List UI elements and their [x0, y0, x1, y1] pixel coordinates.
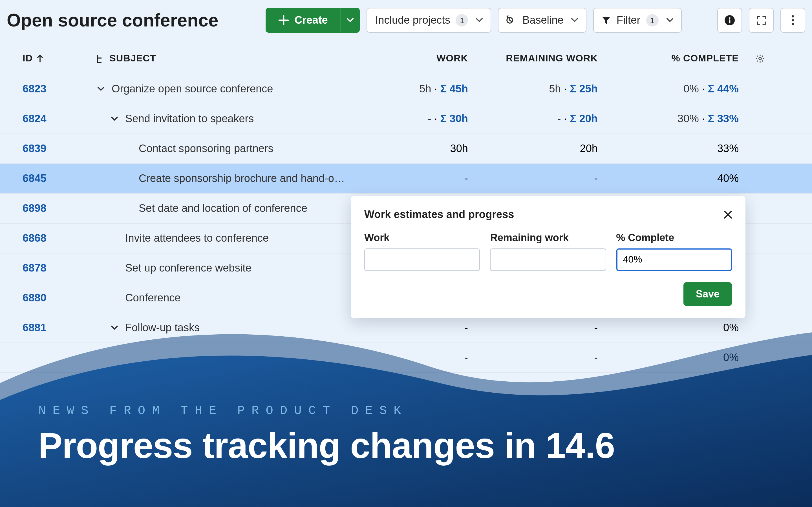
marketing-banner: News from the product desk Progress trac…	[0, 316, 812, 507]
svg-rect-3	[729, 19, 730, 23]
create-button-group: Create	[266, 8, 360, 33]
expand-toggle-icon[interactable]	[109, 117, 119, 121]
work-package-subject: Conference	[125, 292, 181, 304]
work-estimates-popover: Work estimates and progress Work Remaini…	[351, 196, 746, 318]
table-header-row: ID SUBJECT WORK REMAINING WORK % COMPLET…	[0, 43, 812, 74]
fullscreen-icon	[756, 15, 766, 25]
percent-complete-cell[interactable]: 0% · Σ 44%	[615, 83, 756, 95]
filter-label: Filter	[617, 14, 640, 26]
work-package-subject: Contact sponsoring partners	[139, 143, 273, 155]
work-package-id[interactable]: 6880	[0, 292, 96, 304]
column-header-complete[interactable]: % COMPLETE	[615, 53, 756, 64]
include-projects-count: 1	[456, 14, 468, 26]
banner-headline: Progress tracking changes in 14.6	[38, 425, 615, 466]
percent-complete-cell[interactable]: 40%	[615, 172, 756, 185]
info-icon	[724, 15, 735, 26]
create-button[interactable]: Create	[266, 8, 341, 33]
svg-point-4	[792, 15, 794, 17]
table-row[interactable]: 6839Contact sponsoring partners30h20h33%	[0, 134, 812, 164]
expand-toggle-icon[interactable]	[96, 87, 106, 91]
remaining-work-input[interactable]	[490, 248, 606, 271]
remaining-work-cell[interactable]: -	[485, 172, 615, 185]
percent-complete-cell[interactable]: 30% · Σ 33%	[615, 113, 756, 125]
column-header-work[interactable]: WORK	[355, 53, 485, 64]
work-package-subject-cell[interactable]: Send invitation to speakers	[96, 113, 355, 125]
percent-complete-field-label: % Complete	[616, 232, 732, 244]
work-package-subject-cell[interactable]: Set date and location of conference	[96, 202, 355, 215]
work-package-id[interactable]: 6839	[0, 143, 96, 155]
chevron-down-icon	[476, 18, 483, 22]
fullscreen-button[interactable]	[749, 8, 774, 33]
chevron-down-icon	[571, 18, 578, 22]
column-header-id-label: ID	[22, 53, 33, 64]
remaining-work-cell[interactable]: - · Σ 20h	[485, 113, 615, 125]
save-button[interactable]: Save	[683, 282, 732, 306]
sort-asc-icon	[37, 55, 43, 62]
column-header-subject[interactable]: SUBJECT	[96, 53, 355, 64]
page-title: Open source conference	[7, 10, 218, 31]
work-package-id[interactable]: 6898	[0, 202, 96, 215]
work-package-subject-cell[interactable]: Conference	[96, 292, 355, 304]
work-package-subject-cell[interactable]: Contact sponsoring partners	[96, 143, 355, 155]
create-button-label: Create	[294, 14, 327, 26]
work-package-id[interactable]: 6868	[0, 232, 96, 244]
include-projects-dropdown[interactable]: Include projects 1	[367, 8, 492, 33]
work-package-subject-cell[interactable]: Set up conference website	[96, 262, 355, 274]
percent-complete-cell[interactable]: 33%	[615, 143, 756, 155]
plus-icon	[278, 15, 289, 25]
work-package-subject: Send invitation to speakers	[125, 113, 254, 125]
banner-kicker: News from the product desk	[38, 404, 615, 418]
table-row[interactable]: 6845Create sponsorship brochure and hand…	[0, 164, 812, 194]
work-package-id[interactable]: 6878	[0, 262, 96, 274]
work-package-subject: Invite attendees to conference	[125, 232, 269, 244]
work-package-subject-cell[interactable]: Create sponsorship brochure and hand-o…	[96, 172, 355, 185]
work-package-subject-cell[interactable]: Invite attendees to conference	[96, 232, 355, 244]
close-icon	[724, 211, 732, 219]
info-button[interactable]	[717, 8, 742, 33]
chevron-down-icon	[347, 18, 354, 22]
kebab-icon	[792, 15, 794, 25]
work-package-id[interactable]: 6824	[0, 113, 96, 125]
more-actions-button[interactable]	[780, 8, 805, 33]
toolbar: Open source conference Create Include pr…	[0, 0, 812, 43]
work-package-id[interactable]: 6845	[0, 172, 96, 185]
work-package-subject: Organize open source conference	[112, 83, 273, 95]
remaining-work-cell[interactable]: 20h	[485, 143, 615, 155]
remaining-work-cell[interactable]: 5h · Σ 25h	[485, 83, 615, 95]
column-header-remaining[interactable]: REMAINING WORK	[485, 53, 615, 64]
work-package-subject: Create sponsorship brochure and hand-o…	[139, 172, 345, 185]
svg-point-5	[792, 19, 794, 21]
work-cell[interactable]: 5h · Σ 45h	[355, 83, 485, 95]
chevron-down-icon	[666, 18, 673, 22]
create-dropdown-button[interactable]	[341, 8, 360, 33]
percent-complete-input[interactable]	[616, 248, 732, 271]
work-cell[interactable]: - · Σ 30h	[355, 113, 485, 125]
svg-point-6	[792, 23, 794, 25]
work-cell[interactable]: 30h	[355, 143, 485, 155]
work-package-subject: Set date and location of conference	[139, 202, 307, 215]
column-header-subject-label: SUBJECT	[109, 53, 156, 64]
work-field-label: Work	[364, 232, 480, 244]
baseline-icon	[507, 15, 517, 25]
hierarchy-icon	[96, 54, 104, 63]
column-header-id[interactable]: ID	[0, 53, 96, 64]
table-row[interactable]: 6824Send invitation to speakers- · Σ 30h…	[0, 104, 812, 134]
work-package-subject-cell[interactable]: Organize open source conference	[96, 83, 355, 95]
popover-close-button[interactable]	[724, 211, 732, 219]
work-cell[interactable]: -	[355, 172, 485, 185]
work-package-id[interactable]: 6823	[0, 83, 96, 95]
column-settings-button[interactable]	[756, 54, 790, 63]
svg-point-7	[759, 57, 762, 60]
filter-icon	[602, 16, 611, 25]
table-row[interactable]: 6823Organize open source conference5h · …	[0, 74, 812, 104]
baseline-dropdown[interactable]: Baseline	[498, 8, 587, 33]
gear-icon	[756, 54, 765, 63]
filter-count: 1	[646, 14, 658, 26]
svg-point-2	[729, 17, 730, 19]
filter-dropdown[interactable]: Filter 1	[594, 8, 681, 33]
work-package-subject: Set up conference website	[125, 262, 252, 274]
popover-title: Work estimates and progress	[364, 209, 514, 221]
baseline-label: Baseline	[522, 14, 564, 26]
remaining-work-field-label: Remaining work	[490, 232, 606, 244]
work-input[interactable]	[364, 248, 480, 271]
